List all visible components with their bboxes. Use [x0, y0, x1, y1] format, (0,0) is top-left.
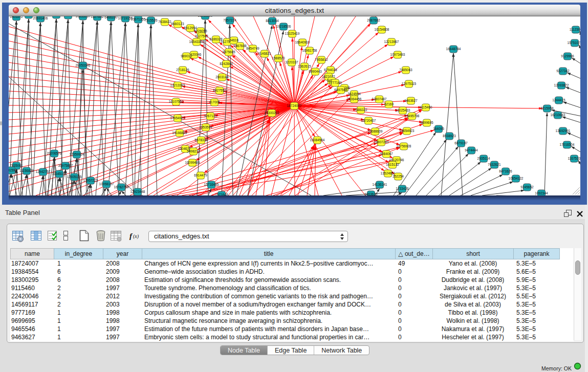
svg-text:54616: 54616: [229, 38, 238, 42]
svg-text:11345194: 11345194: [52, 172, 67, 176]
svg-text:9777169: 9777169: [329, 81, 342, 84]
svg-text:9129966: 9129966: [561, 54, 574, 58]
svg-text:12505135: 12505135: [67, 175, 82, 179]
svg-text:6466100: 6466100: [104, 16, 118, 19]
svg-text:7515526: 7515526: [144, 18, 158, 22]
svg-text:8471626: 8471626: [499, 169, 512, 173]
svg-text:12942757: 12942757: [36, 170, 51, 173]
svg-text:164095: 164095: [433, 127, 444, 130]
svg-text:20691406: 20691406: [33, 16, 48, 20]
svg-text:252254: 252254: [393, 174, 404, 178]
svg-text:8938923: 8938923: [443, 134, 456, 138]
svg-text:6899695: 6899695: [420, 121, 433, 124]
svg-text:6879197: 6879197: [454, 141, 468, 145]
svg-text:16961758: 16961758: [302, 49, 317, 52]
svg-text:f: f: [129, 232, 133, 240]
svg-text:20206576: 20206576: [47, 151, 62, 155]
svg-text:16543362: 16543362: [189, 40, 204, 43]
svg-text:16154808: 16154808: [375, 28, 389, 31]
svg-text:17654923: 17654923: [170, 116, 185, 120]
svg-text:8215958: 8215958: [540, 106, 554, 110]
svg-text:2935114: 2935114: [477, 157, 490, 160]
svg-text:1065526: 1065526: [61, 16, 75, 17]
svg-text:(x): (x): [133, 233, 139, 239]
svg-text:19166825: 19166825: [172, 131, 187, 135]
svg-text:6497568: 6497568: [334, 88, 347, 92]
svg-text:1362615: 1362615: [298, 64, 311, 68]
svg-text:8454749: 8454749: [246, 47, 259, 50]
svg-text:15720407: 15720407: [361, 119, 376, 122]
svg-text:1733426: 1733426: [396, 187, 409, 190]
svg-text:18724007: 18724007: [287, 104, 302, 107]
svg-text:16648784: 16648784: [446, 47, 461, 51]
svg-text:10655267: 10655267: [76, 16, 91, 18]
svg-text:2803144: 2803144: [215, 75, 229, 79]
svg-text:1353594: 1353594: [199, 125, 212, 129]
svg-text:16033809: 16033809: [198, 16, 213, 17]
svg-text:2087682: 2087682: [367, 18, 380, 22]
svg-text:17957223: 17957223: [83, 179, 98, 182]
svg-text:8427552: 8427552: [213, 89, 226, 92]
svg-text:12213967: 12213967: [384, 40, 399, 43]
svg-text:7857224: 7857224: [223, 18, 236, 22]
svg-text:3624554: 3624554: [347, 92, 361, 96]
svg-text:10654122: 10654122: [509, 177, 524, 180]
svg-text:62160: 62160: [384, 102, 394, 106]
svg-text:15495798: 15495798: [405, 114, 420, 118]
svg-text:8660123: 8660123: [171, 22, 184, 26]
svg-text:3267113: 3267113: [204, 114, 217, 118]
svg-text:1588520: 1588520: [272, 56, 285, 60]
svg-text:2867608: 2867608: [233, 44, 247, 48]
svg-text:12213393: 12213393: [170, 83, 185, 87]
svg-text:10973493: 10973493: [390, 53, 405, 56]
svg-text:9115460: 9115460: [420, 105, 432, 109]
svg-text:7955812: 7955812: [315, 58, 328, 61]
svg-text:7386322: 7386322: [354, 108, 367, 112]
svg-text:10807487: 10807487: [372, 97, 387, 101]
svg-text:9146821: 9146821: [258, 52, 271, 55]
svg-text:17016504: 17016504: [560, 143, 575, 146]
svg-text:8990443: 8990443: [309, 70, 322, 73]
svg-text:1244415: 1244415: [552, 98, 565, 102]
svg-text:1112304: 1112304: [570, 28, 580, 31]
svg-text:9127503: 9127503: [195, 34, 208, 38]
svg-text:7638422: 7638422: [158, 20, 171, 24]
svg-text:391594: 391594: [9, 168, 17, 172]
svg-text:9474444: 9474444: [465, 148, 478, 152]
svg-text:2718126: 2718126: [176, 68, 189, 72]
svg-text:989013: 989013: [181, 54, 192, 58]
svg-text:25300203: 25300203: [265, 111, 279, 115]
svg-text:17359924: 17359924: [70, 152, 84, 156]
svg-text:12975115: 12975115: [402, 82, 417, 85]
svg-text:11156829: 11156829: [19, 169, 34, 172]
svg-text:19654923: 19654923: [400, 129, 415, 133]
svg-text:19218506: 19218506: [276, 25, 291, 28]
svg-text:10025433: 10025433: [396, 108, 410, 112]
svg-text:1405572: 1405572: [10, 16, 23, 18]
svg-text:5498212: 5498212: [187, 149, 200, 153]
svg-text:15751074: 15751074: [568, 41, 580, 45]
svg-text:3220337: 3220337: [285, 60, 298, 64]
svg-text:10688609: 10688609: [368, 129, 383, 133]
svg-text:8813054: 8813054: [266, 19, 279, 23]
svg-text:19384554: 19384554: [310, 138, 325, 142]
svg-text:6794028: 6794028: [324, 68, 337, 72]
svg-text:30975867: 30975867: [58, 164, 73, 167]
svg-text:6914479: 6914479: [194, 173, 207, 177]
svg-text:16107552: 16107552: [169, 100, 184, 103]
svg-text:417006: 417006: [209, 100, 220, 104]
svg-text:14136141: 14136141: [373, 183, 387, 186]
svg-text:9227342: 9227342: [556, 69, 570, 73]
svg-text:9463627: 9463627: [404, 99, 418, 102]
svg-text:12923448: 12923448: [130, 190, 145, 193]
svg-text:10958107: 10958107: [99, 182, 114, 186]
svg-text:12093872: 12093872: [554, 83, 569, 87]
svg-text:5578334: 5578334: [194, 138, 208, 142]
svg-text:8242848: 8242848: [220, 62, 233, 65]
svg-text:3875685: 3875685: [222, 50, 235, 54]
svg-text:10671355: 10671355: [131, 17, 146, 21]
svg-text:5226055: 5226055: [194, 29, 207, 33]
svg-text:16210643: 16210643: [551, 113, 565, 117]
svg-text:9245652: 9245652: [520, 185, 534, 189]
svg-text:1167533: 1167533: [568, 157, 580, 160]
